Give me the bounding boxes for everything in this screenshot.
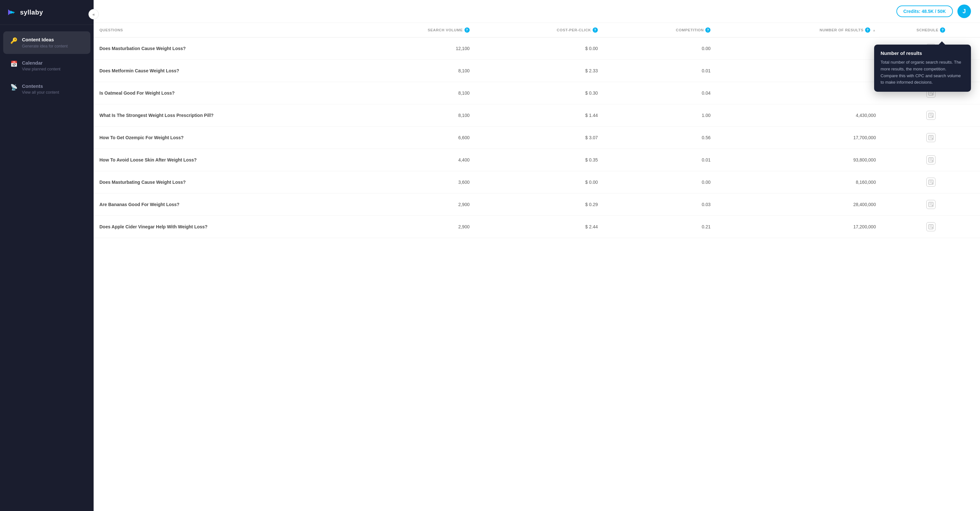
- nav-sub-calendar: View planned content: [22, 67, 60, 72]
- sort-arrow-icon: ▲: [872, 29, 876, 32]
- sidebar: syllaby « 🔑 Content Ideas Generate idea …: [0, 0, 94, 511]
- number-of-results-cell: 93,800,000: [716, 149, 881, 171]
- cpc-cell: $ 0.00: [476, 171, 604, 193]
- question-cell: Does Masturbation Cause Weight Loss?: [94, 37, 345, 60]
- tooltip-title: Number of results: [881, 50, 964, 56]
- number-of-results-cell: [716, 60, 881, 82]
- search-volume-cell: 3,600: [345, 171, 476, 193]
- sidebar-item-calendar[interactable]: 📅 Calendar View planned content: [3, 54, 91, 77]
- table-row: Is Oatmeal Good For Weight Loss? 8,100 $…: [94, 82, 980, 104]
- credits-button[interactable]: Credits: 48.5K / 50K: [896, 5, 953, 17]
- table-row: Does Apple Cider Vinegar Help With Weigh…: [94, 216, 980, 238]
- search-volume-cell: 2,900: [345, 216, 476, 238]
- number-of-results-cell: [716, 37, 881, 60]
- collapse-button[interactable]: «: [88, 9, 99, 19]
- col-header-competition: COMPETITION ?: [604, 23, 716, 37]
- schedule-cell: [881, 171, 980, 193]
- questions-table: QUESTIONS SEARCH VOLUME ? COST-PER-CLICK…: [94, 23, 980, 238]
- nav-title-contents: Contents: [22, 83, 59, 89]
- svg-marker-2: [13, 11, 15, 14]
- competition-cell: 1.00: [604, 104, 716, 127]
- svg-rect-39: [929, 180, 933, 184]
- tooltip-arrow: [939, 42, 945, 45]
- search-volume-cell: 4,400: [345, 149, 476, 171]
- schedule-add-icon[interactable]: [926, 155, 935, 164]
- number-of-results-cell: [716, 82, 881, 104]
- search-volume-cell: 8,100: [345, 60, 476, 82]
- table-row: How To Avoid Loose Skin After Weight Los…: [94, 149, 980, 171]
- key-icon: 🔑: [10, 37, 18, 44]
- number-of-results-cell: 17,200,000: [716, 216, 881, 238]
- competition-cell: 0.21: [604, 216, 716, 238]
- logo-icon: [6, 7, 17, 18]
- schedule-cell: [881, 216, 980, 238]
- sidebar-item-content-ideas[interactable]: 🔑 Content Ideas Generate idea for conten…: [3, 31, 91, 54]
- svg-rect-21: [929, 113, 933, 118]
- question-cell: Are Bananas Good For Weight Loss?: [94, 193, 345, 216]
- logo-area: syllaby: [0, 0, 94, 25]
- sidebar-item-contents[interactable]: 📡 Contents View all your content: [3, 78, 91, 101]
- competition-help-icon[interactable]: ?: [705, 27, 711, 33]
- competition-cell: 0.00: [604, 37, 716, 60]
- tooltip-body: Total number of organic search results. …: [881, 59, 964, 86]
- cpc-cell: $ 0.00: [476, 37, 604, 60]
- schedule-cell: [881, 149, 980, 171]
- cpc-cell: $ 0.30: [476, 82, 604, 104]
- svg-rect-33: [929, 158, 933, 162]
- schedule-add-icon[interactable]: [926, 111, 935, 120]
- question-cell: Does Masturbating Cause Weight Loss?: [94, 171, 345, 193]
- question-cell: Is Oatmeal Good For Weight Loss?: [94, 82, 345, 104]
- schedule-cell: [881, 104, 980, 127]
- number-of-results-cell: 8,160,000: [716, 171, 881, 193]
- logo-text: syllaby: [20, 9, 43, 16]
- schedule-add-icon[interactable]: [926, 178, 935, 187]
- broadcast-icon: 📡: [10, 84, 18, 91]
- svg-rect-51: [929, 225, 933, 229]
- schedule-add-icon[interactable]: [926, 133, 935, 142]
- header: Credits: 48.5K / 50K J: [94, 0, 980, 23]
- table-row: Does Masturbating Cause Weight Loss? 3,6…: [94, 171, 980, 193]
- cpc-help-icon[interactable]: ?: [593, 27, 598, 33]
- cpc-cell: $ 0.35: [476, 149, 604, 171]
- nav-title-calendar: Calendar: [22, 60, 60, 66]
- table-row: Does Masturbation Cause Weight Loss? 12,…: [94, 37, 980, 60]
- search-volume-cell: 6,600: [345, 127, 476, 149]
- avatar[interactable]: J: [958, 5, 971, 18]
- schedule-help-icon[interactable]: ?: [940, 27, 945, 33]
- search-volume-help-icon[interactable]: ?: [465, 27, 470, 33]
- sidebar-nav: 🔑 Content Ideas Generate idea for conten…: [0, 25, 94, 107]
- nav-sub-content-ideas: Generate idea for content: [22, 44, 68, 49]
- nav-title-content-ideas: Content Ideas: [22, 37, 68, 43]
- cpc-cell: $ 2.33: [476, 60, 604, 82]
- cpc-cell: $ 0.29: [476, 193, 604, 216]
- number-of-results-cell: 17,700,000: [716, 127, 881, 149]
- col-header-schedule: SCHEDULE ?: [881, 23, 980, 37]
- cpc-cell: $ 3.07: [476, 127, 604, 149]
- number-of-results-tooltip: Number of results Total number of organi…: [874, 45, 971, 92]
- table-container: QUESTIONS SEARCH VOLUME ? COST-PER-CLICK…: [94, 23, 980, 511]
- number-of-results-cell: 28,400,000: [716, 193, 881, 216]
- cpc-cell: $ 1.44: [476, 104, 604, 127]
- table-row: Does Metformin Cause Weight Loss? 8,100 …: [94, 60, 980, 82]
- competition-cell: 0.03: [604, 193, 716, 216]
- cpc-cell: $ 2.44: [476, 216, 604, 238]
- calendar-icon: 📅: [10, 61, 18, 67]
- competition-cell: 0.00: [604, 171, 716, 193]
- svg-rect-45: [929, 202, 933, 207]
- number-of-results-cell: 4,430,000: [716, 104, 881, 127]
- table-header-row: QUESTIONS SEARCH VOLUME ? COST-PER-CLICK…: [94, 23, 980, 37]
- question-cell: Does Apple Cider Vinegar Help With Weigh…: [94, 216, 345, 238]
- table-row: How To Get Ozempic For Weight Loss? 6,60…: [94, 127, 980, 149]
- question-cell: Does Metformin Cause Weight Loss?: [94, 60, 345, 82]
- col-header-number-of-results: NUMBER OF RESULTS ? ▲: [716, 23, 881, 37]
- svg-rect-27: [929, 135, 933, 140]
- number-of-results-help-icon[interactable]: ?: [865, 27, 870, 33]
- col-header-questions: QUESTIONS: [94, 23, 345, 37]
- competition-cell: 0.01: [604, 149, 716, 171]
- search-volume-cell: 12,100: [345, 37, 476, 60]
- schedule-add-icon[interactable]: [926, 222, 935, 231]
- search-volume-cell: 8,100: [345, 82, 476, 104]
- question-cell: How To Avoid Loose Skin After Weight Los…: [94, 149, 345, 171]
- schedule-cell: [881, 127, 980, 149]
- schedule-add-icon[interactable]: [926, 200, 935, 209]
